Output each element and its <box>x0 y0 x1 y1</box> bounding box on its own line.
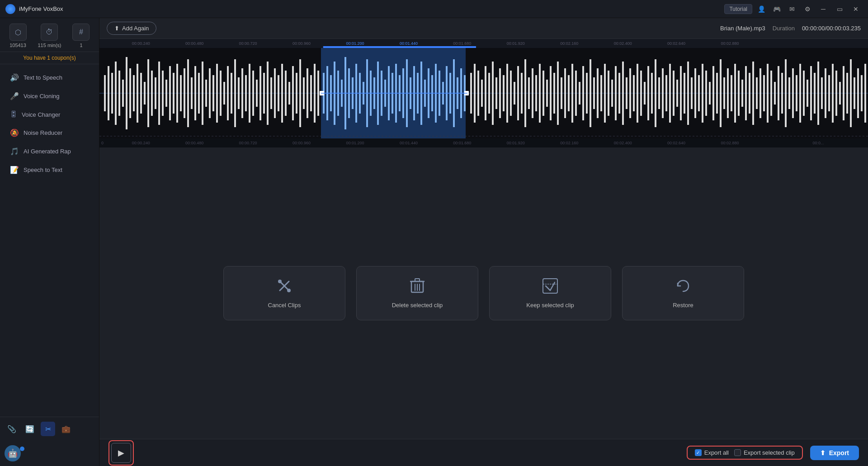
svg-rect-19 <box>111 73 113 114</box>
svg-rect-219 <box>839 82 841 105</box>
export-all-option[interactable]: ✓ Export all <box>695 449 729 456</box>
svg-rect-60 <box>259 66 261 120</box>
svg-rect-222 <box>850 59 852 127</box>
export-all-checkbox[interactable]: ✓ <box>695 449 702 456</box>
svg-rect-172 <box>669 64 671 123</box>
svg-rect-192 <box>741 80 743 107</box>
duration-value: 00:00:00/00:00:03.235 <box>802 25 861 32</box>
svg-rect-59 <box>256 80 258 107</box>
sidebar-item-text-to-speech[interactable]: 🔊 Text to Speech <box>3 69 96 86</box>
svg-rect-70 <box>296 73 297 114</box>
svg-rect-76 <box>317 71 319 116</box>
keep-selected-icon <box>542 278 558 297</box>
scissors-button[interactable]: ✂ <box>41 422 55 436</box>
sidebar-item-voice-cloning[interactable]: 🎤 Voice Cloning <box>3 87 96 105</box>
sync-button[interactable]: 🔄 <box>23 422 37 436</box>
svg-rect-73 <box>307 68 308 118</box>
svg-rect-140 <box>553 73 555 114</box>
avatar-badge <box>20 447 24 451</box>
svg-rect-166 <box>647 66 649 120</box>
svg-rect-185 <box>716 73 718 114</box>
svg-rect-214 <box>821 77 823 109</box>
mail-icon[interactable]: ✉ <box>786 3 798 15</box>
svg-text:00:02.160: 00:02.160 <box>560 41 578 46</box>
svg-point-246 <box>278 280 282 283</box>
close-button[interactable]: ✕ <box>849 2 863 16</box>
svg-rect-55 <box>241 68 243 118</box>
count-icon: # <box>72 24 90 41</box>
svg-rect-142 <box>561 77 562 109</box>
play-button[interactable]: ▶ <box>111 443 131 463</box>
delete-selected-card[interactable]: Delete selected clip <box>356 266 478 320</box>
sidebar-label-speech-to-text: Speech to Text <box>24 166 62 173</box>
sidebar-item-speech-to-text[interactable]: 📝 Speech to Text <box>3 161 96 179</box>
waveform-svg <box>99 48 868 138</box>
waveform-area[interactable]: 00:00.240 00:00.480 00:00.720 00:00.960 … <box>99 39 868 147</box>
svg-rect-28 <box>144 82 146 105</box>
settings-icon[interactable]: ⚙ <box>801 3 814 15</box>
export-btn-icon: ⬆ <box>820 449 826 456</box>
svg-rect-126 <box>503 75 505 111</box>
sidebar-item-ai-generated-rap[interactable]: 🎵 AI Generated Rap <box>3 143 96 160</box>
attachment-button[interactable]: 📎 <box>5 422 19 436</box>
maximize-button[interactable]: ▭ <box>833 2 846 16</box>
action-area: Cancel Clips Delete selected clip <box>99 147 868 439</box>
svg-text:00:02.880: 00:02.880 <box>721 41 739 46</box>
minimize-button[interactable]: ─ <box>816 2 830 16</box>
svg-rect-48 <box>216 64 218 123</box>
delete-selected-icon <box>410 278 425 297</box>
count-value: 1 <box>80 43 82 48</box>
text-to-speech-icon: 🔊 <box>10 73 19 82</box>
export-selected-checkbox[interactable] <box>734 449 741 456</box>
delete-selected-label: Delete selected clip <box>392 302 443 309</box>
sidebar-label-voice-cloning: Voice Cloning <box>24 93 60 100</box>
export-options-wrapper: ✓ Export all Export selected clip <box>687 446 803 460</box>
svg-rect-134 <box>532 68 533 118</box>
svg-text:00:01.680: 00:01.680 <box>453 141 471 145</box>
svg-rect-118 <box>474 64 476 123</box>
svg-rect-190 <box>734 64 736 123</box>
svg-rect-144 <box>568 75 570 111</box>
export-selected-option[interactable]: Export selected clip <box>734 449 795 456</box>
sidebar-item-noise-reducer[interactable]: 🔕 Noise Reducer <box>3 124 96 142</box>
cancel-clips-card[interactable]: Cancel Clips <box>223 266 345 320</box>
cancel-clips-icon <box>276 278 292 297</box>
export-button[interactable]: ⬆ Export <box>810 446 859 460</box>
svg-rect-212 <box>814 73 816 114</box>
svg-rect-215 <box>825 68 826 118</box>
svg-rect-173 <box>673 71 675 116</box>
svg-rect-175 <box>680 66 682 120</box>
sidebar-item-voice-changer[interactable]: 🎛 Voice Changer <box>3 106 96 123</box>
svg-rect-216 <box>828 75 830 111</box>
account-icon[interactable]: 👤 <box>755 3 768 15</box>
svg-rect-74 <box>310 75 312 111</box>
add-again-button[interactable]: ⬆ Add Again <box>107 22 156 35</box>
svg-rect-161 <box>629 68 631 118</box>
svg-rect-58 <box>252 71 254 116</box>
svg-rect-162 <box>633 75 635 111</box>
svg-rect-179 <box>694 68 696 118</box>
svg-rect-38 <box>180 75 182 111</box>
svg-rect-223 <box>854 77 855 109</box>
svg-rect-211 <box>810 66 812 120</box>
credits-value: 105413 <box>9 43 26 48</box>
sidebar-stats: ⬡ 105413 ⏱ 115 min(s) # 1 <box>0 18 99 52</box>
svg-rect-45 <box>205 80 207 107</box>
gamepad-icon[interactable]: 🎮 <box>770 3 783 15</box>
svg-rect-180 <box>698 75 700 111</box>
briefcase-button[interactable]: 💼 <box>59 422 73 436</box>
keep-selected-card[interactable]: Keep selected clip <box>489 266 611 320</box>
export-btn-label: Export <box>829 449 849 456</box>
svg-text:00:00.960: 00:00.960 <box>292 141 311 145</box>
file-info: Brian (Male).mp3 Duration 00:00:00/00:00… <box>720 25 861 32</box>
tutorial-button[interactable]: Tutorial <box>724 4 752 14</box>
svg-rect-71 <box>299 59 301 127</box>
voice-changer-icon: 🎛 <box>10 110 17 119</box>
svg-rect-123 <box>492 62 494 125</box>
svg-text:00:02.400: 00:02.400 <box>614 141 632 145</box>
svg-rect-191 <box>738 71 740 116</box>
svg-rect-129 <box>514 82 515 105</box>
main-toolbar: ⬆ Add Again Brian (Male).mp3 Duration 00… <box>99 18 868 39</box>
restore-card[interactable]: Restore <box>622 266 744 320</box>
waveform-canvas[interactable] <box>99 48 868 138</box>
